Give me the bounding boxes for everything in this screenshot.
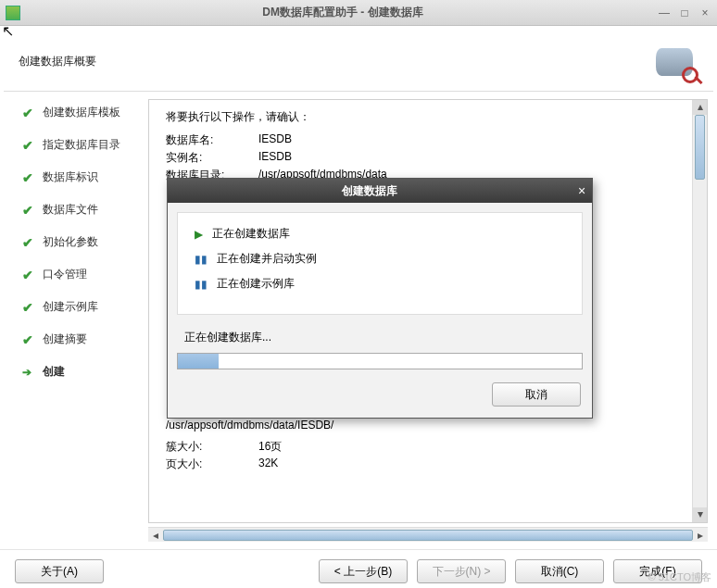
dialog-cancel-button[interactable]: 取消 — [492, 382, 581, 407]
dialog-title: 创建数据库 — [168, 183, 572, 199]
pause-icon: ▮▮ — [195, 253, 208, 266]
task-row: ▮▮正在创建并启动实例 — [195, 251, 565, 267]
play-icon: ▶ — [195, 228, 203, 241]
create-db-dialog: 创建数据库 × ▶正在创建数据库 ▮▮正在创建并启动实例 ▮▮正在创建示例库 正… — [167, 178, 593, 419]
progress-status: 正在创建数据库... — [168, 324, 592, 349]
modal-overlay: 创建数据库 × ▶正在创建数据库 ▮▮正在创建并启动实例 ▮▮正在创建示例库 正… — [0, 0, 717, 588]
progress-fill — [178, 354, 219, 369]
pause-icon: ▮▮ — [195, 278, 208, 291]
task-row: ▶正在创建数据库 — [195, 226, 565, 242]
task-row: ▮▮正在创建示例库 — [195, 276, 565, 292]
dialog-close-icon[interactable]: × — [572, 183, 592, 198]
progress-bar — [177, 353, 583, 369]
